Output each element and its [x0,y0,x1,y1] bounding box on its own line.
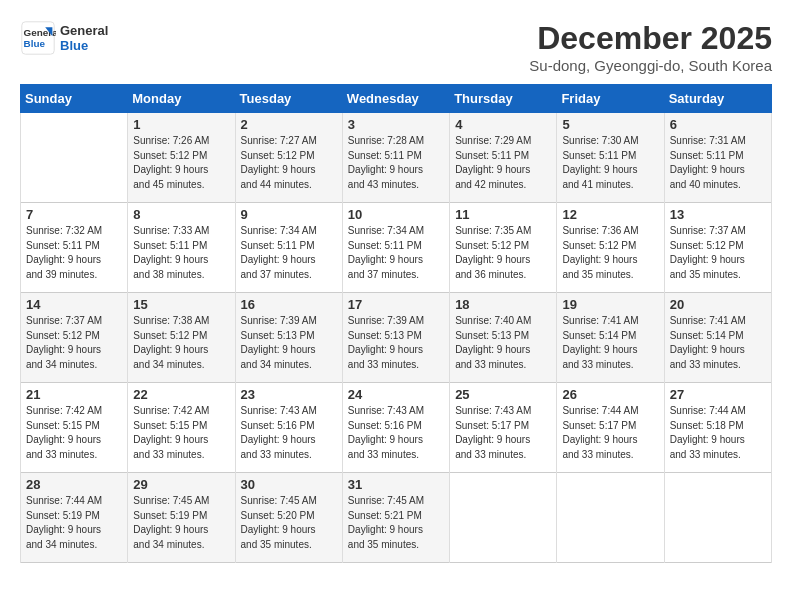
day-number: 27 [670,387,766,402]
week-row-4: 21Sunrise: 7:42 AM Sunset: 5:15 PM Dayli… [21,383,772,473]
header-monday: Monday [128,85,235,113]
calendar-cell: 22Sunrise: 7:42 AM Sunset: 5:15 PM Dayli… [128,383,235,473]
calendar-cell: 21Sunrise: 7:42 AM Sunset: 5:15 PM Dayli… [21,383,128,473]
logo: General Blue General Blue [20,20,108,56]
calendar-cell: 11Sunrise: 7:35 AM Sunset: 5:12 PM Dayli… [450,203,557,293]
logo-icon: General Blue [20,20,56,56]
day-info: Sunrise: 7:41 AM Sunset: 5:14 PM Dayligh… [562,314,658,372]
day-number: 13 [670,207,766,222]
page-header: General Blue General Blue December 2025 … [20,20,772,74]
day-number: 20 [670,297,766,312]
day-info: Sunrise: 7:37 AM Sunset: 5:12 PM Dayligh… [670,224,766,282]
day-info: Sunrise: 7:34 AM Sunset: 5:11 PM Dayligh… [348,224,444,282]
day-info: Sunrise: 7:36 AM Sunset: 5:12 PM Dayligh… [562,224,658,282]
calendar-cell: 6Sunrise: 7:31 AM Sunset: 5:11 PM Daylig… [664,113,771,203]
day-number: 11 [455,207,551,222]
calendar-cell: 7Sunrise: 7:32 AM Sunset: 5:11 PM Daylig… [21,203,128,293]
day-number: 19 [562,297,658,312]
calendar-cell: 5Sunrise: 7:30 AM Sunset: 5:11 PM Daylig… [557,113,664,203]
day-number: 4 [455,117,551,132]
day-number: 9 [241,207,337,222]
calendar-cell: 13Sunrise: 7:37 AM Sunset: 5:12 PM Dayli… [664,203,771,293]
calendar-cell: 31Sunrise: 7:45 AM Sunset: 5:21 PM Dayli… [342,473,449,563]
calendar-cell: 18Sunrise: 7:40 AM Sunset: 5:13 PM Dayli… [450,293,557,383]
day-number: 18 [455,297,551,312]
title-block: December 2025 Su-dong, Gyeonggi-do, Sout… [529,20,772,74]
calendar-header-row: SundayMondayTuesdayWednesdayThursdayFrid… [21,85,772,113]
day-info: Sunrise: 7:43 AM Sunset: 5:16 PM Dayligh… [241,404,337,462]
day-info: Sunrise: 7:45 AM Sunset: 5:20 PM Dayligh… [241,494,337,552]
day-info: Sunrise: 7:32 AM Sunset: 5:11 PM Dayligh… [26,224,122,282]
header-friday: Friday [557,85,664,113]
day-info: Sunrise: 7:35 AM Sunset: 5:12 PM Dayligh… [455,224,551,282]
calendar-cell: 23Sunrise: 7:43 AM Sunset: 5:16 PM Dayli… [235,383,342,473]
calendar-cell: 15Sunrise: 7:38 AM Sunset: 5:12 PM Dayli… [128,293,235,383]
day-info: Sunrise: 7:40 AM Sunset: 5:13 PM Dayligh… [455,314,551,372]
calendar-cell: 8Sunrise: 7:33 AM Sunset: 5:11 PM Daylig… [128,203,235,293]
calendar-title: December 2025 [529,20,772,57]
day-info: Sunrise: 7:30 AM Sunset: 5:11 PM Dayligh… [562,134,658,192]
calendar-cell: 10Sunrise: 7:34 AM Sunset: 5:11 PM Dayli… [342,203,449,293]
calendar-cell: 27Sunrise: 7:44 AM Sunset: 5:18 PM Dayli… [664,383,771,473]
calendar-cell: 30Sunrise: 7:45 AM Sunset: 5:20 PM Dayli… [235,473,342,563]
day-number: 15 [133,297,229,312]
day-info: Sunrise: 7:26 AM Sunset: 5:12 PM Dayligh… [133,134,229,192]
calendar-cell: 12Sunrise: 7:36 AM Sunset: 5:12 PM Dayli… [557,203,664,293]
day-info: Sunrise: 7:38 AM Sunset: 5:12 PM Dayligh… [133,314,229,372]
calendar-cell: 19Sunrise: 7:41 AM Sunset: 5:14 PM Dayli… [557,293,664,383]
day-info: Sunrise: 7:42 AM Sunset: 5:15 PM Dayligh… [26,404,122,462]
calendar-cell: 9Sunrise: 7:34 AM Sunset: 5:11 PM Daylig… [235,203,342,293]
day-info: Sunrise: 7:34 AM Sunset: 5:11 PM Dayligh… [241,224,337,282]
header-thursday: Thursday [450,85,557,113]
calendar-cell [664,473,771,563]
calendar-cell [450,473,557,563]
calendar-cell: 20Sunrise: 7:41 AM Sunset: 5:14 PM Dayli… [664,293,771,383]
day-info: Sunrise: 7:28 AM Sunset: 5:11 PM Dayligh… [348,134,444,192]
calendar-cell: 4Sunrise: 7:29 AM Sunset: 5:11 PM Daylig… [450,113,557,203]
day-info: Sunrise: 7:27 AM Sunset: 5:12 PM Dayligh… [241,134,337,192]
day-number: 25 [455,387,551,402]
day-info: Sunrise: 7:29 AM Sunset: 5:11 PM Dayligh… [455,134,551,192]
svg-text:Blue: Blue [24,38,46,49]
calendar-cell: 2Sunrise: 7:27 AM Sunset: 5:12 PM Daylig… [235,113,342,203]
day-info: Sunrise: 7:42 AM Sunset: 5:15 PM Dayligh… [133,404,229,462]
calendar-cell: 14Sunrise: 7:37 AM Sunset: 5:12 PM Dayli… [21,293,128,383]
calendar-cell: 3Sunrise: 7:28 AM Sunset: 5:11 PM Daylig… [342,113,449,203]
day-number: 10 [348,207,444,222]
day-info: Sunrise: 7:41 AM Sunset: 5:14 PM Dayligh… [670,314,766,372]
calendar-table: SundayMondayTuesdayWednesdayThursdayFrid… [20,84,772,563]
header-saturday: Saturday [664,85,771,113]
calendar-cell: 24Sunrise: 7:43 AM Sunset: 5:16 PM Dayli… [342,383,449,473]
day-number: 14 [26,297,122,312]
day-info: Sunrise: 7:45 AM Sunset: 5:19 PM Dayligh… [133,494,229,552]
week-row-2: 7Sunrise: 7:32 AM Sunset: 5:11 PM Daylig… [21,203,772,293]
day-number: 6 [670,117,766,132]
header-tuesday: Tuesday [235,85,342,113]
calendar-cell: 28Sunrise: 7:44 AM Sunset: 5:19 PM Dayli… [21,473,128,563]
day-info: Sunrise: 7:44 AM Sunset: 5:18 PM Dayligh… [670,404,766,462]
logo-line1: General [60,23,108,38]
day-info: Sunrise: 7:44 AM Sunset: 5:19 PM Dayligh… [26,494,122,552]
day-info: Sunrise: 7:31 AM Sunset: 5:11 PM Dayligh… [670,134,766,192]
day-info: Sunrise: 7:43 AM Sunset: 5:17 PM Dayligh… [455,404,551,462]
day-info: Sunrise: 7:37 AM Sunset: 5:12 PM Dayligh… [26,314,122,372]
day-number: 17 [348,297,444,312]
header-sunday: Sunday [21,85,128,113]
calendar-cell: 29Sunrise: 7:45 AM Sunset: 5:19 PM Dayli… [128,473,235,563]
day-number: 5 [562,117,658,132]
day-info: Sunrise: 7:44 AM Sunset: 5:17 PM Dayligh… [562,404,658,462]
calendar-cell [21,113,128,203]
day-number: 16 [241,297,337,312]
day-number: 30 [241,477,337,492]
calendar-cell: 26Sunrise: 7:44 AM Sunset: 5:17 PM Dayli… [557,383,664,473]
header-wednesday: Wednesday [342,85,449,113]
calendar-cell: 25Sunrise: 7:43 AM Sunset: 5:17 PM Dayli… [450,383,557,473]
day-number: 26 [562,387,658,402]
day-number: 31 [348,477,444,492]
calendar-cell: 17Sunrise: 7:39 AM Sunset: 5:13 PM Dayli… [342,293,449,383]
calendar-cell: 16Sunrise: 7:39 AM Sunset: 5:13 PM Dayli… [235,293,342,383]
day-info: Sunrise: 7:43 AM Sunset: 5:16 PM Dayligh… [348,404,444,462]
week-row-1: 1Sunrise: 7:26 AM Sunset: 5:12 PM Daylig… [21,113,772,203]
day-number: 21 [26,387,122,402]
week-row-5: 28Sunrise: 7:44 AM Sunset: 5:19 PM Dayli… [21,473,772,563]
